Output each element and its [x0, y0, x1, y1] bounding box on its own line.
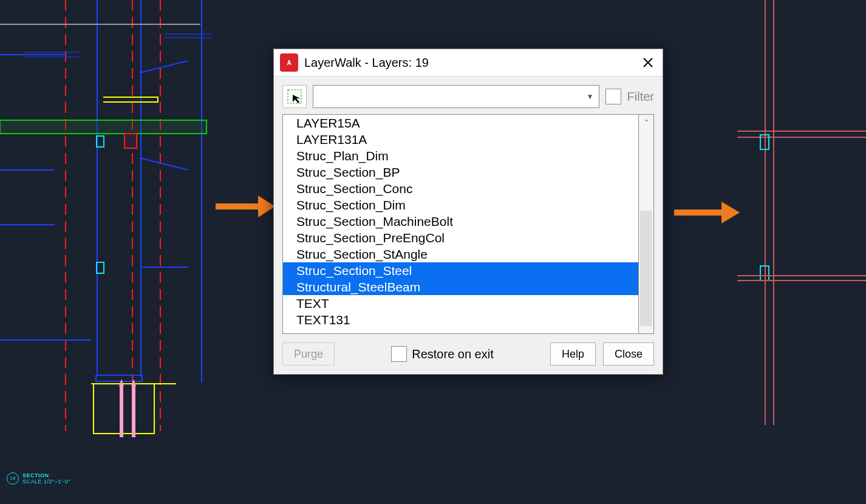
layer-row[interactable]: TEXT131 — [283, 312, 638, 328]
dialog-title: LayerWalk - Layers: 19 — [304, 56, 633, 70]
filter-combo[interactable]: ▼ — [313, 85, 599, 108]
svg-rect-5 — [96, 375, 142, 381]
layer-row[interactable]: Struc_Section_BP — [283, 164, 638, 180]
layer-row[interactable]: Struc_Section_PreEngCol — [283, 230, 638, 246]
svg-rect-9 — [0, 120, 206, 134]
svg-line-14 — [140, 61, 188, 73]
layer-row[interactable]: Structural_SteelBeam — [283, 279, 638, 295]
filter-checkbox[interactable] — [605, 89, 621, 104]
layer-row[interactable]: Struc_Plan_Dim — [283, 148, 638, 164]
select-objects-button[interactable] — [282, 85, 307, 108]
svg-marker-24 — [119, 379, 124, 386]
scroll-thumb[interactable] — [640, 211, 652, 326]
purge-button[interactable]: Purge — [282, 342, 335, 366]
section-title: SECTION — [22, 472, 70, 478]
restore-label: Restore on exit — [412, 347, 494, 361]
filter-label: Filter — [627, 90, 654, 104]
chevron-down-icon[interactable]: ▼ — [582, 92, 599, 101]
titlebar[interactable]: A LayerWalk - Layers: 19 — [274, 49, 663, 77]
layer-row[interactable]: LAYER15A — [283, 115, 638, 131]
layer-row[interactable]: Struc_Section_Steel — [283, 262, 638, 279]
autocad-app-icon: A — [280, 53, 298, 72]
close-icon[interactable] — [633, 49, 663, 76]
layer-row[interactable]: Struc_Section_MachineBolt — [283, 213, 638, 230]
filter-input[interactable] — [313, 91, 582, 102]
layer-row[interactable]: TEXT — [283, 295, 638, 312]
toolbar: ▼ Filter — [274, 77, 663, 114]
left-drawing — [0, 0, 279, 504]
arrow-right — [674, 194, 741, 231]
scrollbar[interactable]: ˄ ˅ — [639, 114, 654, 334]
dialog-footer: Purge Restore on exit Help Close — [274, 334, 663, 374]
layer-listbox[interactable]: LAYER15ALAYER131AStruc_Plan_DimStruc_Sec… — [282, 114, 639, 334]
restore-checkbox[interactable] — [391, 346, 407, 362]
right-drawing — [737, 0, 866, 504]
layer-row[interactable]: Struc_Section_Dim — [283, 197, 638, 213]
arrow-left — [216, 188, 276, 225]
layer-row[interactable]: Struc_Section_Conc — [283, 180, 638, 197]
svg-rect-10 — [124, 134, 137, 148]
scroll-up-icon[interactable]: ˄ — [644, 115, 649, 132]
layerwalk-dialog: A LayerWalk - Layers: 19 ▼ Filter LAYER1… — [273, 49, 663, 375]
section-tag: 18 SECTION SCALE 1/2"=1'-0" — [7, 472, 70, 485]
section-number: 18 — [7, 472, 19, 485]
layer-row[interactable]: Struc_Section_StAngle — [283, 246, 638, 262]
restore-on-exit[interactable]: Restore on exit — [391, 346, 494, 362]
layer-row[interactable]: LAYER131A — [283, 131, 638, 148]
close-button[interactable]: Close — [603, 342, 654, 366]
help-button[interactable]: Help — [550, 342, 596, 366]
svg-marker-31 — [258, 196, 275, 217]
section-scale: SCALE 1/2"=1'-0" — [22, 478, 70, 485]
svg-line-16 — [140, 158, 188, 170]
svg-rect-20 — [94, 384, 154, 434]
